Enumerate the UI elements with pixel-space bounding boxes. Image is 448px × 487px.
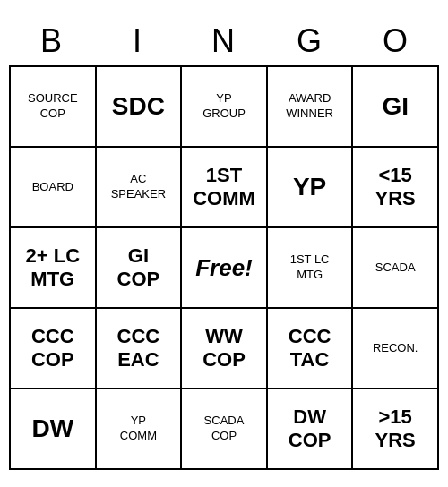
cell-content: CCC EAC (117, 325, 160, 372)
bingo-cell: SDC (97, 67, 183, 148)
cell-content: CCC COP (31, 325, 74, 372)
cell-content: CCC TAC (289, 325, 332, 372)
bingo-cell: YP GROUP (182, 67, 268, 148)
bingo-cell: Free! (182, 228, 268, 309)
bingo-cell: >15 YRS (353, 389, 439, 470)
bingo-cell: 1ST LC MTG (268, 228, 354, 309)
cell-content: SCADA COP (204, 414, 245, 444)
header-letter: N (181, 17, 267, 65)
header-letter: B (9, 17, 95, 65)
cell-content: >15 YRS (375, 406, 416, 453)
cell-content: SDC (112, 91, 165, 122)
bingo-cell: YP (268, 148, 354, 228)
bingo-cell: SCADA COP (182, 389, 268, 470)
bingo-cell: AWARD WINNER (268, 67, 354, 148)
bingo-cell: SCADA (353, 228, 439, 309)
cell-content: BOARD (32, 180, 73, 195)
cell-content: DW (31, 414, 73, 444)
cell-content: <15 YRS (375, 164, 416, 211)
cell-content: YP GROUP (202, 91, 246, 122)
bingo-cell: DW (11, 389, 97, 470)
cell-content: RECON. (373, 341, 418, 356)
cell-content: 1ST LC MTG (290, 252, 330, 283)
cell-content: 1ST COMM (193, 164, 255, 211)
bingo-cell: BOARD (11, 148, 97, 228)
bingo-cell: AC SPEAKER (97, 148, 183, 228)
bingo-cell: WW COP (182, 309, 268, 389)
bingo-header: BINGO (9, 17, 439, 65)
bingo-cell: YP COMM (97, 389, 183, 470)
bingo-cell: GI COP (97, 228, 183, 309)
bingo-card: BINGO SOURCE COPSDCYP GROUPAWARD WINNERG… (9, 17, 439, 470)
cell-content: AC SPEAKER (111, 172, 166, 202)
bingo-cell: CCC COP (11, 309, 97, 389)
cell-content: SCADA (375, 261, 416, 276)
cell-content: AWARD WINNER (286, 91, 333, 122)
bingo-cell: RECON. (353, 309, 439, 389)
bingo-cell: DW COP (268, 389, 354, 470)
cell-content: YP (293, 172, 326, 202)
header-letter: O (353, 17, 439, 65)
header-letter: I (95, 17, 181, 65)
bingo-cell: SOURCE COP (11, 67, 97, 148)
bingo-cell: CCC EAC (97, 309, 183, 389)
cell-content: 2+ LC MTG (26, 244, 81, 292)
cell-content: SOURCE COP (28, 91, 78, 122)
bingo-cell: 2+ LC MTG (11, 228, 97, 309)
cell-content: DW COP (289, 406, 332, 453)
cell-content: YP COMM (120, 414, 157, 444)
bingo-cell: CCC TAC (268, 309, 354, 389)
cell-content: GI COP (117, 244, 160, 292)
header-letter: G (267, 17, 353, 65)
bingo-cell: <15 YRS (353, 148, 439, 228)
bingo-cell: 1ST COMM (182, 148, 268, 228)
bingo-cell: GI (353, 67, 439, 148)
cell-content: GI (382, 91, 409, 122)
bingo-grid: SOURCE COPSDCYP GROUPAWARD WINNERGIBOARD… (9, 65, 439, 470)
cell-content: WW COP (202, 325, 246, 372)
cell-content: Free! (195, 254, 253, 282)
